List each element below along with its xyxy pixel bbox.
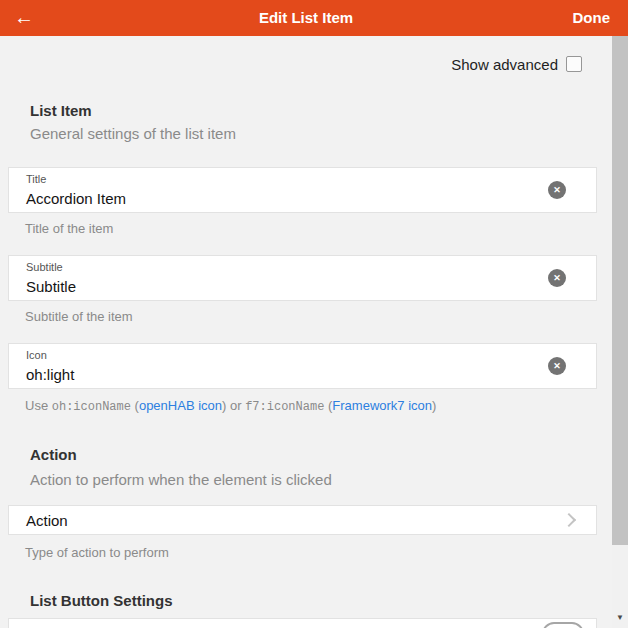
icon-field-card: Icon oh:light ✕ <box>8 343 597 389</box>
list-button-toggle[interactable] <box>542 622 584 628</box>
icon-field-label: Icon <box>26 349 596 362</box>
action-row[interactable]: Action <box>8 505 597 535</box>
action-section-title: Action <box>30 446 77 463</box>
icon-helper-prefix: Use <box>25 398 52 413</box>
clear-subtitle-icon[interactable]: ✕ <box>548 269 566 287</box>
list-button-settings-title: List Button Settings <box>30 592 173 609</box>
title-input[interactable]: Accordion Item <box>26 189 596 209</box>
show-advanced-checkbox[interactable] <box>566 56 582 72</box>
icon-helper-text: Use oh:iconName (openHAB icon) or f7:ico… <box>25 398 436 414</box>
icon-helper-suffix: ) <box>432 398 436 413</box>
action-section-description: Action to perform when the element is cl… <box>30 471 332 488</box>
icon-helper-sep2: ) or <box>222 398 245 413</box>
done-button[interactable]: Done <box>573 0 611 36</box>
subtitle-field-label: Subtitle <box>26 261 596 274</box>
subtitle-helper-text: Subtitle of the item <box>25 309 133 324</box>
list-item-section-title: List Item <box>30 102 92 119</box>
title-field-card: Title Accordion Item ✕ <box>8 167 597 213</box>
action-row-label: Action <box>26 512 68 529</box>
openhab-icon-link[interactable]: openHAB icon <box>139 398 222 413</box>
chevron-right-icon <box>562 513 576 527</box>
action-helper-text: Type of action to perform <box>25 545 169 560</box>
page-title: Edit List Item <box>0 0 612 36</box>
framework7-icon-link[interactable]: Framework7 icon <box>332 398 432 413</box>
icon-helper-mono-f7: f7:iconName <box>245 400 324 414</box>
icon-input[interactable]: oh:light <box>26 365 596 385</box>
list-button-row <box>8 618 597 628</box>
title-helper-text: Title of the item <box>25 221 113 236</box>
navbar: ← Edit List Item Done <box>0 0 628 36</box>
subtitle-field-card: Subtitle Subtitle ✕ <box>8 255 597 301</box>
icon-helper-sep1: ( <box>131 398 139 413</box>
clear-title-icon[interactable]: ✕ <box>548 181 566 199</box>
clear-icon-field-icon[interactable]: ✕ <box>548 357 566 375</box>
subtitle-input[interactable]: Subtitle <box>26 277 596 297</box>
show-advanced-label: Show advanced <box>451 56 558 73</box>
scroll-down-icon[interactable]: ▼ <box>612 613 628 623</box>
title-field-label: Title <box>26 173 596 186</box>
scrollbar-track[interactable]: ▼ <box>612 36 628 628</box>
list-item-section-description: General settings of the list item <box>30 125 236 142</box>
show-advanced-row[interactable]: Show advanced <box>451 55 582 73</box>
scrollbar-thumb[interactable] <box>612 36 628 545</box>
icon-helper-mono-oh: oh:iconName <box>52 400 131 414</box>
